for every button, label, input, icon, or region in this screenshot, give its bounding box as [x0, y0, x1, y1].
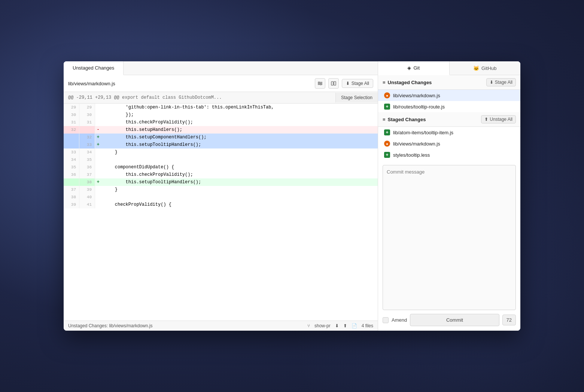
staged-file-item-tooltip-less[interactable]: + styles/tooltip.less — [378, 149, 520, 160]
staged-file-item-markdown[interactable]: ● lib/views/markdown.js — [378, 138, 520, 149]
diff-settings-button[interactable] — [315, 78, 325, 89]
modified-icon: ● — [384, 92, 390, 98]
added-icon: + — [384, 129, 390, 135]
right-tab-bar: ◈ Git 🐱 GitHub — [378, 61, 520, 75]
staged-file-name: lib/views/markdown.js — [393, 141, 440, 147]
diff-line: 35 36 componentDidUpdate() { — [64, 163, 378, 171]
unstaged-stage-all-button[interactable]: ⬇ Stage All — [486, 78, 516, 86]
status-text: Unstaged Changes: lib/views/markdown.js — [68, 323, 301, 328]
unstage-icon: ⬆ — [484, 117, 488, 122]
diff-line: 38 40 — [64, 193, 378, 201]
diff-hunk-header: @@ -29,11 +29,13 @@ export default class… — [64, 92, 378, 104]
file-header: lib/views/markdown.js ⬇ Stage All — [64, 75, 378, 92]
left-panel: Unstaged Changes lib/views/markdown.js — [64, 61, 378, 331]
svg-rect-5 — [331, 82, 333, 85]
unstaged-section-title: ≡ Unstaged Changes — [383, 80, 486, 85]
amend-checkbox[interactable] — [383, 317, 389, 323]
unstaged-file-name: lib/views/markdown.js — [393, 93, 440, 98]
diff-line: 30 30 }); — [64, 111, 378, 119]
main-panel: Unstaged Changes lib/views/markdown.js — [64, 61, 520, 331]
tab-git[interactable]: ◈ Git — [378, 61, 450, 75]
diff-line: 39 41 checkPropValidity() { — [64, 201, 378, 208]
list-icon: ≡ — [383, 80, 386, 85]
svg-rect-6 — [334, 82, 336, 85]
staged-section-header: ≡ Staged Changes ⬆ Unstage All — [378, 112, 520, 127]
svg-point-3 — [318, 82, 319, 83]
modified-icon: ● — [384, 141, 390, 147]
staged-file-name: lib/atom-items/tooltip-item.js — [393, 130, 453, 135]
staged-section-title: ≡ Staged Changes — [383, 117, 481, 122]
tab-github[interactable]: 🐱 GitHub — [450, 61, 521, 75]
diff-line: 33 34 } — [64, 148, 378, 156]
diff-line: 36 37 this.checkPropValidity(); — [64, 171, 378, 178]
diff-line-added-selected: 33 + this.setupTooltipHandlers(); — [64, 141, 378, 148]
svg-point-4 — [320, 84, 321, 85]
branch-name: show-pr — [314, 323, 331, 328]
commit-area: Amend Commit 72 — [378, 160, 520, 331]
staged-file-item-tooltip-item[interactable]: + lib/atom-items/tooltip-item.js — [378, 127, 520, 138]
tab-unstaged-changes[interactable]: Unstaged Changes — [64, 61, 124, 75]
list-icon: ≡ — [383, 117, 386, 122]
diff-content: 29 29 'github:open-link-in-this-tab': th… — [64, 104, 378, 321]
left-tab-bar: Unstaged Changes — [64, 61, 378, 75]
diff-view-button[interactable] — [328, 78, 339, 89]
diff-line-removed: 32 - this.setupHandlers(); — [64, 126, 378, 134]
commit-count: 72 — [502, 315, 516, 325]
download-status-icon: ⬇ — [335, 323, 339, 328]
diff-line: 29 29 'github:open-link-in-this-tab': th… — [64, 104, 378, 111]
files-icon: 📄 — [352, 323, 357, 328]
diff-line: 37 39 } — [64, 186, 378, 193]
unstaged-file-item-tooltip-route[interactable]: + lib/routes/tooltip-route.js — [378, 101, 520, 112]
added-icon: + — [384, 104, 390, 110]
download-icon: ⬇ — [346, 81, 350, 86]
right-panel: ◈ Git 🐱 GitHub ≡ Unstaged Changes ⬇ Stag… — [378, 61, 520, 331]
diff-line: 31 31 this.checkPropValidity(); — [64, 119, 378, 126]
github-icon: 🐱 — [473, 65, 479, 71]
stage-all-icon: ⬇ — [490, 80, 493, 85]
upload-status-icon: ⬆ — [343, 323, 347, 328]
commit-button[interactable]: Commit — [410, 314, 499, 326]
unstaged-file-name: lib/routes/tooltip-route.js — [393, 104, 445, 110]
unstaged-file-item-markdown[interactable]: ● lib/views/markdown.js — [378, 90, 520, 101]
added-icon: + — [384, 152, 390, 158]
amend-label: Amend — [392, 317, 407, 323]
git-icon: ◈ — [407, 65, 411, 71]
files-count: 4 files — [362, 323, 373, 328]
unstaged-section-header: ≡ Unstaged Changes ⬇ Stage All — [378, 75, 520, 90]
file-path: lib/views/markdown.js — [68, 81, 312, 86]
staged-file-name: styles/tooltip.less — [393, 152, 430, 158]
diff-line-added: 38 + this.setupTooltipHandlers(); — [64, 178, 378, 186]
diff-line: 34 35 — [64, 156, 378, 163]
commit-row: Amend Commit 72 — [383, 314, 516, 326]
hunk-header-text: @@ -29,11 +29,13 @@ export default class… — [64, 92, 335, 103]
status-bar-right: ⑂ show-pr ⬇ ⬆ 📄 4 files — [307, 323, 373, 328]
unstage-all-button[interactable]: ⬆ Unstage All — [481, 115, 516, 123]
stage-all-button[interactable]: ⬇ Stage All — [342, 79, 373, 88]
diff-line-added-selected: 32 + this.setupComponentHandlers(); — [64, 134, 378, 141]
status-bar: Unstaged Changes: lib/views/markdown.js … — [64, 321, 378, 331]
commit-message-textarea[interactable] — [383, 165, 516, 310]
tab-empty-space — [124, 61, 378, 75]
stage-selection-button[interactable]: Stage Selection — [335, 93, 378, 102]
branch-icon: ⑂ — [307, 323, 310, 328]
